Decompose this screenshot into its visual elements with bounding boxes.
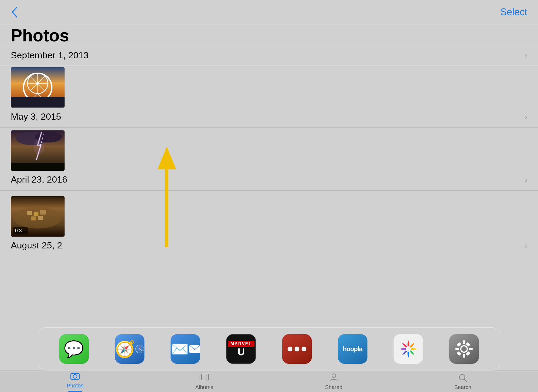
svg-rect-14 [11,163,65,171]
arrow-overlay [153,142,180,255]
photo-thumbnail-3[interactable]: 0:3... [11,196,65,237]
svg-rect-22 [38,216,43,220]
tab-photos[interactable]: Photos [67,371,83,392]
svg-rect-10 [16,98,59,99]
date-label-3: April 23, 2016 [11,174,67,185]
date-label-1: September 1, 2013 [11,50,89,60]
dock-icon-dots[interactable] [282,334,312,364]
svg-rect-45 [466,351,470,356]
dock-icon-hoopla[interactable]: hoopla [338,334,367,364]
date-label-4: August 25, 2 [11,240,62,251]
select-button[interactable]: Select [500,6,527,18]
dock-icon-photos[interactable] [394,334,423,364]
back-button[interactable] [11,6,18,18]
svg-point-36 [406,346,411,352]
tab-shared-label: Shared [325,384,342,390]
svg-point-52 [332,374,336,377]
tab-active-indicator [68,391,82,392]
svg-rect-41 [469,348,473,350]
section-divider-2 [0,127,538,128]
tab-photos-label: Photos [67,383,83,389]
svg-rect-1 [11,97,65,108]
chevron-right-icon-1: › [525,51,527,60]
date-section-3[interactable]: April 23, 2016 › [0,174,538,185]
photo-thumbnail-2[interactable] [11,130,65,171]
date-section-1[interactable]: September 1, 2013 › [0,50,538,60]
dock-icon-settings[interactable] [449,334,479,364]
svg-line-7 [30,76,45,91]
section-divider-1 [0,66,538,66]
svg-point-48 [73,375,77,378]
svg-rect-19 [34,212,38,216]
tab-search-label: Search [454,384,471,390]
title-divider [0,47,538,47]
svg-rect-0 [11,67,65,108]
tab-photos-icon [70,371,80,382]
photo-thumbnail-1[interactable] [11,67,65,108]
svg-line-54 [464,379,467,382]
tab-shared-icon [328,372,339,383]
dock-icon-marvel[interactable]: MARVEL U [226,334,256,364]
hoopla-label: hoopla [343,345,363,353]
header: Select [0,0,538,24]
svg-point-29 [139,348,140,350]
svg-rect-44 [457,351,461,356]
tab-albums[interactable]: Albums [195,372,213,390]
svg-rect-42 [457,342,461,347]
dock-icon-mail[interactable] [171,334,200,364]
chevron-right-icon-2: › [525,112,527,121]
date-section-4[interactable]: August 25, 2 › [0,240,538,251]
tab-albums-label: Albums [195,384,213,390]
svg-point-46 [461,346,467,352]
dock-icon-messages[interactable] [59,334,89,364]
tab-search-icon [457,372,468,383]
dock: MARVEL U hoopla [38,327,500,370]
section-divider-3 [0,190,538,191]
svg-line-9 [38,94,43,99]
chevron-right-icon-3: › [525,175,527,184]
svg-point-3 [36,82,39,85]
svg-line-6 [30,76,45,91]
photo-badge: 0:3... [13,227,28,234]
date-section-2[interactable]: May 3, 2015 › [0,111,538,122]
svg-rect-20 [40,210,46,215]
tab-albums-icon [199,372,210,383]
page-title: Photos [11,26,69,45]
svg-point-2 [27,73,48,94]
tab-shared[interactable]: Shared [325,372,342,390]
svg-rect-49 [73,373,77,374]
chevron-right-icon-4: › [525,241,527,250]
tab-bar: Photos Albums Shared Search [0,370,538,392]
svg-point-15 [34,138,44,155]
svg-rect-21 [31,216,36,220]
svg-rect-18 [27,211,32,215]
svg-marker-24 [157,147,176,169]
svg-rect-43 [466,342,470,347]
date-label-2: May 3, 2015 [11,111,61,122]
svg-rect-39 [463,354,465,358]
tab-search[interactable]: Search [454,372,471,390]
svg-rect-40 [455,348,459,350]
svg-rect-38 [463,340,465,344]
dock-icon-safari[interactable] [115,334,144,364]
svg-line-8 [32,94,38,99]
